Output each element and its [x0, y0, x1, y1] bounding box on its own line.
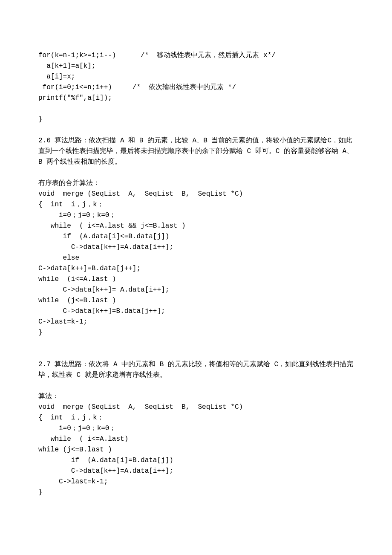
text-line: C->last=k-1; [38, 317, 354, 327]
text-line: 算法： [38, 391, 354, 402]
text-line: void merge (SeqList A, SeqList B, SeqLis… [38, 402, 354, 413]
text-line: i=0；j=0；k=0； [38, 423, 354, 434]
text-line [38, 381, 354, 391]
text-line [38, 104, 354, 114]
text-line: while (j<=B.last ) [38, 445, 354, 455]
text-line: printf("%f",a[i]); [38, 93, 354, 104]
text-line: a[k+1]=a[k]; [38, 61, 354, 72]
text-line: } [38, 327, 354, 338]
text-line: if (A.data[i]=B.data[j]) [38, 455, 354, 466]
text-line [38, 168, 354, 178]
text-line: for(k=n-1;k>=i;i--) /* 移动线性表中元素，然后插入元素 x… [38, 50, 354, 61]
text-line: a[i]=x; [38, 72, 354, 82]
text-line: { int i，j，k； [38, 413, 354, 423]
document-body: for(k=n-1;k>=i;i--) /* 移动线性表中元素，然后插入元素 x… [0, 0, 392, 523]
text-line: for(i=0;i<=n;i++) /* 依次输出线性表中的元素 */ [38, 82, 354, 93]
text-line: else [38, 253, 354, 263]
text-line [38, 349, 354, 359]
text-line: C->data[k++]=B.data[j++]; [38, 263, 354, 274]
text-line: while (i<=A.last ) [38, 274, 354, 285]
text-line [38, 125, 354, 136]
text-line: 2.6 算法思路：依次扫描 A 和 B 的元素，比较 A、B 当前的元素的值，将… [38, 136, 354, 168]
text-line: while ( i<=A.last) [38, 434, 354, 445]
text-line: } [38, 114, 354, 125]
text-line: } [38, 487, 354, 498]
text-line: if (A.data[i]<=B.data[j]) [38, 231, 354, 242]
text-line [38, 338, 354, 349]
text-line: C->data[k++]= A.data[i++]; [38, 285, 354, 295]
text-line: C->last=k-1; [38, 477, 354, 487]
text-line: C->data[k++]=B.data[j++]; [38, 306, 354, 317]
text-line: C->data[k++]=A.data[i++]; [38, 242, 354, 253]
text-line: while (j<=B.last ) [38, 295, 354, 306]
text-line: C->data[k++]=A.data[i++]; [38, 466, 354, 477]
text-line: i=0；j=0；k=0； [38, 210, 354, 221]
text-line: 2.7 算法思路：依次将 A 中的元素和 B 的元素比较，将值相等的元素赋给 C… [38, 359, 354, 381]
text-line: while ( i<=A.last && j<=B.last ) [38, 221, 354, 231]
text-line: void merge (SeqList A, SeqList B, SeqLis… [38, 189, 354, 199]
text-line: { int i，j，k； [38, 199, 354, 210]
text-line: 有序表的合并算法： [38, 178, 354, 189]
